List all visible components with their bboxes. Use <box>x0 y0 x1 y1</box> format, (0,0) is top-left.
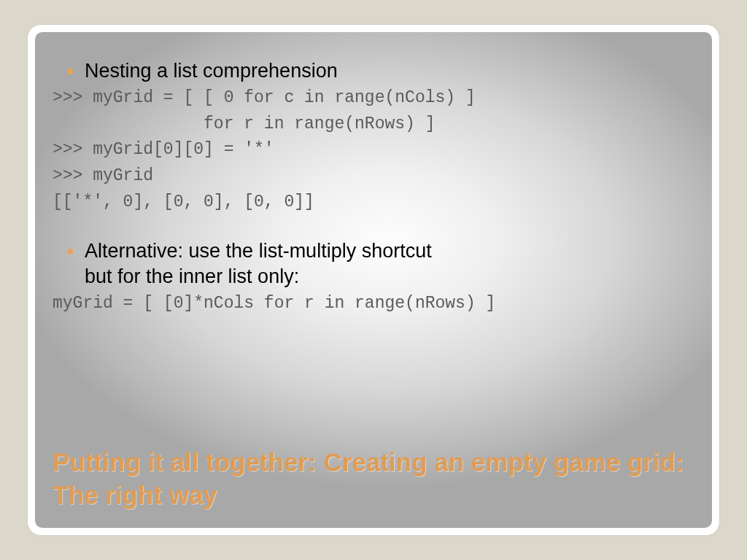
code-line: [['*', 0], [0, 0], [0, 0]] <box>53 192 314 211</box>
code-line: for r in range(nRows) ] <box>53 114 436 133</box>
bullet-text-2: Alternative: use the list-multiply short… <box>85 238 432 289</box>
slide-title: Putting it all together: Creating an emp… <box>53 446 694 512</box>
spacer <box>53 215 694 238</box>
code-block-1: >>> myGrid = [ [ 0 for c in range(nCols)… <box>53 85 694 215</box>
bullet-dot-icon <box>67 249 73 254</box>
code-line: myGrid = [ [0]*nCols for r in range(nRow… <box>53 294 495 313</box>
title-area: Putting it all together: Creating an emp… <box>53 446 694 512</box>
code-line: >>> myGrid[0][0] = '*' <box>53 140 274 159</box>
slide-frame: Nesting a list comprehension >>> myGrid … <box>28 25 719 535</box>
content-block: Nesting a list comprehension >>> myGrid … <box>53 58 694 317</box>
bullet-item-1: Nesting a list comprehension <box>53 58 694 84</box>
bullet-text-1: Nesting a list comprehension <box>85 58 338 84</box>
slide-content: Nesting a list comprehension >>> myGrid … <box>35 32 712 528</box>
code-line: >>> myGrid <box>53 166 153 185</box>
bullet-text-2-line1: Alternative: use the list-multiply short… <box>85 240 432 262</box>
code-line: >>> myGrid = [ [ 0 for c in range(nCols)… <box>53 88 476 107</box>
bullet-text-2-line2: but for the inner list only: <box>85 265 299 287</box>
bullet-dot-icon <box>67 69 73 74</box>
code-block-2: myGrid = [ [0]*nCols for r in range(nRow… <box>53 291 694 317</box>
bullet-item-2: Alternative: use the list-multiply short… <box>53 238 694 289</box>
